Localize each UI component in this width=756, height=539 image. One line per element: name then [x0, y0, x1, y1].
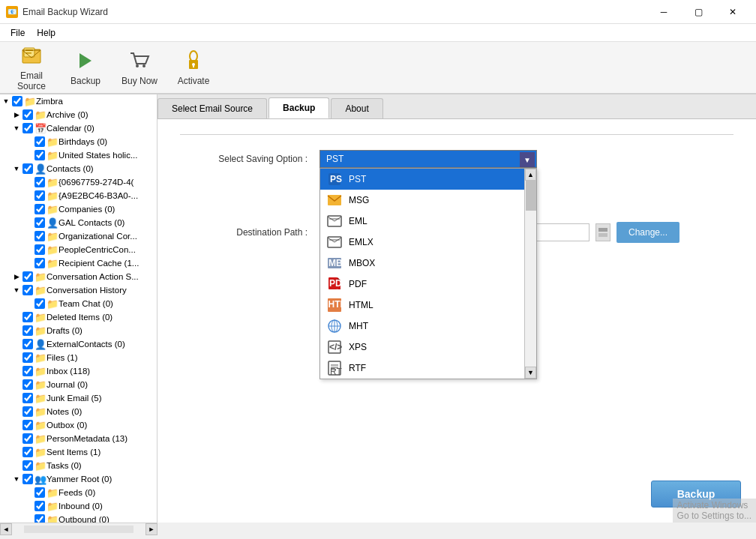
scrollbar-down-btn[interactable]: ▼: [525, 367, 536, 379]
checkbox-companies[interactable]: [34, 204, 45, 214]
checkbox-yammer[interactable]: [22, 474, 33, 484]
expand-contacts[interactable]: ▼: [12, 164, 21, 173]
checkbox-conv-history[interactable]: [22, 285, 33, 295]
checkbox-recipient[interactable]: [34, 258, 45, 268]
close-button[interactable]: ✕: [716, 0, 750, 24]
checkbox-notes[interactable]: [22, 406, 33, 417]
tree-item-archive[interactable]: ▶ 📁 Archive (0): [0, 108, 157, 121]
scrollbar-up-btn[interactable]: ▲: [525, 169, 536, 181]
checkbox-org[interactable]: [34, 231, 45, 241]
checkbox-contact2[interactable]: [34, 190, 45, 201]
tree-item-junk[interactable]: ▶ 📁 Junk Email (5): [0, 391, 157, 405]
tree-item-contact2[interactable]: ▶ 📁 {A9E2BC46-B3A0-...: [0, 189, 157, 202]
buy-now-button[interactable]: Buy Now: [114, 45, 165, 90]
checkbox-root[interactable]: [12, 96, 22, 106]
tab-about[interactable]: About: [331, 98, 382, 118]
minimize-button[interactable]: ─: [646, 0, 681, 24]
tree-item-person-meta[interactable]: ▶ 📁 PersonMetadata (13): [0, 432, 157, 445]
checkbox-team-chat[interactable]: [34, 298, 45, 309]
checkbox-drafts[interactable]: [22, 325, 33, 336]
checkbox-birthdays[interactable]: [34, 136, 45, 147]
option-emlx[interactable]: EMLX: [320, 232, 536, 253]
checkbox-tasks[interactable]: [22, 460, 33, 471]
tree-item-recipient[interactable]: ▶ 📁 Recipient Cache (1...: [0, 256, 157, 270]
change-button[interactable]: Change...: [616, 222, 680, 243]
checkbox-feeds[interactable]: [34, 487, 45, 498]
checkbox-contact1[interactable]: [34, 177, 45, 187]
scrollbar-thumb[interactable]: [526, 181, 536, 211]
tree-item-files[interactable]: ▶ 📁 Files (1): [0, 351, 157, 364]
checkbox-contacts[interactable]: [22, 163, 33, 174]
tree-item-outbox[interactable]: ▶ 📁 Outbox (0): [0, 418, 157, 432]
tree-item-gal[interactable]: ▶ 👤 GAL Contacts (0): [0, 216, 157, 229]
tree-root[interactable]: ▼ 📁 Zimbra: [0, 94, 157, 108]
tree-item-notes[interactable]: ▶ 📁 Notes (0): [0, 405, 157, 418]
checkbox-gal[interactable]: [34, 217, 45, 228]
tree-item-journal[interactable]: ▶ 📁 Journal (0): [0, 378, 157, 391]
saving-option-display[interactable]: PST ▼: [320, 150, 537, 168]
tree-item-contacts[interactable]: ▼ 👤 Contacts (0): [0, 162, 157, 175]
email-source-button[interactable]: Email Source: [6, 45, 57, 90]
tree-item-yammer[interactable]: ▼ 👥 Yammer Root (0): [0, 472, 157, 486]
checkbox-files[interactable]: [22, 352, 33, 363]
expand-conv-action[interactable]: ▶: [12, 272, 21, 281]
tree-item-calendar[interactable]: ▼ 📅 Calendar (0): [0, 121, 157, 135]
option-html[interactable]: HTML HTML: [320, 295, 536, 316]
checkbox-inbound[interactable]: [34, 501, 45, 511]
tree-item-inbound[interactable]: ▶ 📁 Inbound (0): [0, 499, 157, 513]
path-scrollbar[interactable]: [596, 223, 610, 241]
backup-toolbar-button[interactable]: Backup: [60, 45, 111, 90]
checkbox-us[interactable]: [34, 150, 45, 160]
checkbox-outbox[interactable]: [22, 420, 33, 430]
sidebar-scroll-right[interactable]: ►: [146, 523, 158, 535]
activate-button[interactable]: Activate: [168, 45, 219, 90]
tree-item-sent[interactable]: ▶ 📁 Sent Items (1): [0, 445, 157, 459]
option-pdf[interactable]: PDF PDF: [320, 274, 536, 295]
expand-yammer[interactable]: ▼: [12, 475, 21, 484]
tree-item-conv-action[interactable]: ▶ 📁 Conversation Action S...: [0, 270, 157, 283]
checkbox-outbound[interactable]: [34, 514, 45, 523]
tree-item-drafts[interactable]: ▶ 📁 Drafts (0): [0, 324, 157, 337]
tree-item-contact1[interactable]: ▶ 📁 {06967759-274D-4(: [0, 175, 157, 189]
expand-archive[interactable]: ▶: [12, 110, 21, 119]
tree-item-outbound[interactable]: ▶ 📁 Outbound (0): [0, 513, 157, 523]
tree-item-peoplecentric[interactable]: ▶ 📁 PeopleCentricCon...: [0, 243, 157, 256]
tab-select-email-source[interactable]: Select Email Source: [158, 98, 267, 118]
expand-conv-history[interactable]: ▼: [12, 286, 21, 295]
checkbox-junk[interactable]: [22, 393, 33, 403]
maximize-button[interactable]: ▢: [681, 0, 716, 24]
option-pst[interactable]: PST PST: [320, 169, 536, 190]
option-eml[interactable]: EML: [320, 211, 536, 232]
tree-item-external[interactable]: ▶ 👤 ExternalContacts (0): [0, 337, 157, 351]
tab-backup[interactable]: Backup: [268, 97, 329, 118]
tree-item-inbox[interactable]: ▶ 📁 Inbox (118): [0, 364, 157, 378]
option-mbox[interactable]: MBOX MBOX: [320, 253, 536, 274]
tree-item-companies[interactable]: ▶ 📁 Companies (0): [0, 202, 157, 216]
option-xps[interactable]: </> XPS: [320, 337, 536, 358]
expand-root[interactable]: ▼: [2, 97, 10, 106]
checkbox-sent[interactable]: [22, 447, 33, 457]
sidebar-scroll-left[interactable]: ◄: [0, 523, 12, 535]
checkbox-person-meta[interactable]: [22, 433, 33, 444]
tree-item-org[interactable]: ▶ 📁 Organizational Cor...: [0, 229, 157, 243]
option-msg[interactable]: MSG: [320, 190, 536, 211]
tree-item-tasks[interactable]: ▶ 📁 Tasks (0): [0, 459, 157, 472]
checkbox-external[interactable]: [22, 339, 33, 349]
checkbox-calendar[interactable]: [22, 123, 33, 133]
checkbox-inbox[interactable]: [22, 366, 33, 376]
select-dropdown-arrow[interactable]: ▼: [520, 152, 535, 167]
checkbox-deleted[interactable]: [22, 312, 33, 322]
checkbox-conv-action[interactable]: [22, 271, 33, 282]
checkbox-archive[interactable]: [22, 109, 33, 120]
checkbox-peoplecentric[interactable]: [34, 244, 45, 255]
tree-item-feeds[interactable]: ▶ 📁 Feeds (0): [0, 486, 157, 499]
menu-help[interactable]: Help: [31, 26, 62, 40]
menu-file[interactable]: File: [4, 26, 31, 40]
option-rtf[interactable]: RTF RTF: [320, 358, 536, 379]
expand-calendar[interactable]: ▼: [12, 124, 21, 133]
checkbox-journal[interactable]: [22, 379, 33, 390]
tree-item-us-holidays[interactable]: ▶ 📁 United States holic...: [0, 148, 157, 162]
tree-item-team-chat[interactable]: ▶ 📁 Team Chat (0): [0, 297, 157, 310]
option-mht[interactable]: MHT: [320, 316, 536, 337]
tree-item-conv-history[interactable]: ▼ 📁 Conversation History: [0, 283, 157, 297]
